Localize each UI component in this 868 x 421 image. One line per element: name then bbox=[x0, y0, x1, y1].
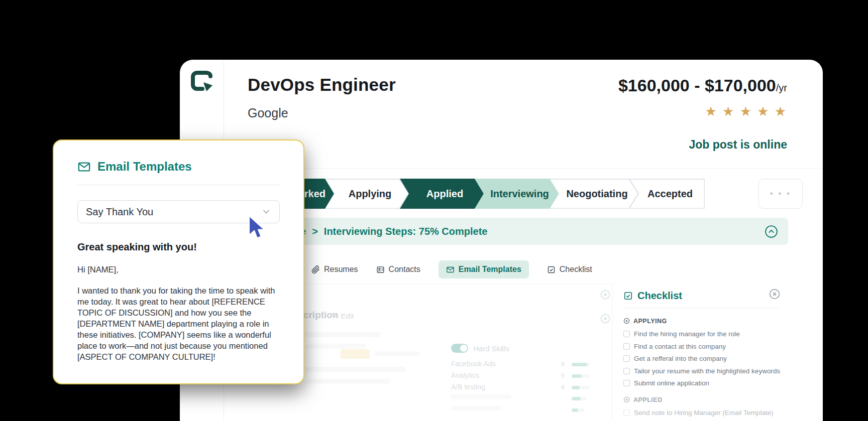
job-title: DevOps Engineer bbox=[248, 75, 396, 95]
pencil-icon: ✎ bbox=[332, 311, 338, 320]
contact-card-icon bbox=[376, 265, 385, 274]
check-square-icon bbox=[547, 265, 556, 274]
hard-skills-toggle[interactable] bbox=[451, 344, 468, 353]
tab-resumes[interactable]: Resumes bbox=[311, 265, 358, 274]
template-body: I wanted to thank you for taking the tim… bbox=[77, 285, 280, 362]
tab-label: Resumes bbox=[324, 265, 358, 274]
stage-dot-icon bbox=[623, 396, 630, 403]
check-square-icon bbox=[623, 291, 633, 301]
checklist-item[interactable]: Tailor your resume with the highlighted … bbox=[623, 367, 779, 375]
skill-bar bbox=[572, 374, 590, 378]
mail-icon bbox=[446, 265, 455, 274]
checklist-item-label: Find a contact at this company bbox=[634, 343, 726, 350]
checklist-item-label: Find the hiring manager for the role bbox=[634, 330, 740, 338]
job-post-status: Job post is online bbox=[689, 138, 787, 152]
checklist-item-label: Get a refferal into the company bbox=[634, 355, 727, 362]
checkbox[interactable] bbox=[623, 409, 630, 416]
stage-accepted[interactable]: Accepted bbox=[629, 179, 705, 209]
text-skeleton bbox=[305, 344, 366, 349]
tab-label: Contacts bbox=[389, 265, 420, 274]
template-heading: Great speaking with you! bbox=[77, 241, 280, 253]
salary-value: $160,000 - $170,000 bbox=[618, 76, 776, 95]
stage-label: Applying bbox=[326, 180, 408, 208]
checklist-item[interactable]: Submit online application bbox=[623, 379, 779, 387]
teal-logo bbox=[190, 70, 214, 94]
popup-header: Email Templates bbox=[77, 160, 280, 174]
stage-neogotiating[interactable]: Neogotiating bbox=[550, 179, 638, 209]
text-skeleton bbox=[305, 367, 406, 372]
skill-name: Analytics bbox=[451, 371, 479, 379]
edit-button[interactable]: ✎ Edit bbox=[332, 311, 354, 320]
checklist-item[interactable]: Send note to Hiring Manager (Email Templ… bbox=[623, 409, 779, 416]
skill-bar bbox=[572, 363, 590, 366]
stage-applied[interactable]: Applied bbox=[400, 179, 484, 209]
skill-skeleton bbox=[451, 406, 501, 410]
skill-score: 5 bbox=[556, 372, 565, 379]
tab-bar: Resumes Contacts Email Templates bbox=[311, 259, 592, 279]
tab-label: Email Templates bbox=[459, 265, 521, 274]
template-greeting: Hi [NAME], bbox=[77, 265, 280, 274]
checkbox[interactable] bbox=[623, 355, 630, 362]
collapse-section-icon[interactable] bbox=[600, 290, 610, 300]
checkbox[interactable] bbox=[623, 380, 630, 386]
checklist-section-applying: APPLYING Find the hiring manager for the… bbox=[623, 317, 779, 387]
stage-dot-icon bbox=[623, 318, 630, 324]
stage-label: Interviewing bbox=[476, 180, 558, 208]
checklist-item-label: Send note to Hiring Manager (Email Templ… bbox=[634, 409, 773, 416]
section-name: APPLIED bbox=[633, 396, 663, 403]
skill-bar bbox=[572, 408, 585, 412]
email-templates-popup: Email Templates Say Thank You Great spea… bbox=[53, 139, 304, 384]
stage-label: Neogotiating bbox=[551, 180, 638, 208]
stage-applying[interactable]: Applying bbox=[325, 179, 409, 209]
edit-label: Edit bbox=[341, 312, 354, 320]
section-name: APPLYING bbox=[633, 318, 667, 325]
banner-separator: > bbox=[312, 226, 318, 237]
text-skeleton bbox=[375, 351, 420, 356]
screen: DevOps Engineer Google $160,000 - $170,0… bbox=[0, 0, 868, 421]
rating-stars[interactable]: ★ ★ ★ ★ ★ bbox=[705, 104, 787, 119]
text-skeleton bbox=[305, 332, 381, 337]
skill-score: 8 bbox=[556, 360, 565, 368]
section-header: APPLIED bbox=[623, 396, 779, 403]
skill-skeleton bbox=[451, 394, 511, 399]
checkbox[interactable] bbox=[623, 343, 630, 350]
checklist-item[interactable]: Find the hiring manager for the role bbox=[623, 330, 779, 338]
collapse-section-icon[interactable] bbox=[600, 314, 610, 324]
hard-skills-toggle-label: Hard Skills bbox=[473, 344, 509, 353]
checklist-item-label: Submit online application bbox=[634, 379, 709, 387]
section-items: Find the hiring manager for the role Fin… bbox=[623, 330, 779, 387]
tab-label: Checklist bbox=[560, 265, 592, 274]
salary-range: $160,000 - $170,000/yr bbox=[618, 76, 787, 95]
stage-label: Accepted bbox=[630, 180, 704, 208]
stage-label: Applied bbox=[401, 180, 483, 208]
keyword-highlight-chip bbox=[341, 349, 370, 359]
guidance-banner[interactable]: Guidance > Interviewing Steps: 75% Compl… bbox=[250, 218, 788, 245]
skill-name: A/B testing bbox=[451, 383, 485, 391]
checkbox[interactable] bbox=[623, 368, 630, 374]
checklist-item[interactable]: Find a contact at this company bbox=[623, 343, 779, 350]
skill-bar bbox=[572, 397, 587, 400]
salary-period: /yr bbox=[776, 82, 787, 93]
paperclip-icon bbox=[311, 265, 320, 274]
mouse-cursor bbox=[247, 215, 268, 242]
popup-title: Email Templates bbox=[97, 160, 192, 174]
skill-score: 4 bbox=[556, 383, 565, 391]
checkbox[interactable] bbox=[623, 331, 630, 337]
banner-text: Interviewing Steps: 75% Complete bbox=[324, 226, 488, 237]
checklist-divider bbox=[623, 308, 779, 308]
text-skeleton bbox=[305, 379, 391, 384]
mail-icon bbox=[77, 160, 91, 174]
tab-checklist[interactable]: Checklist bbox=[547, 265, 592, 274]
section-items: Send note to Hiring Manager (Email Templ… bbox=[623, 409, 779, 421]
stage-overflow-button[interactable]: • • • bbox=[758, 179, 803, 209]
tab-email-templates[interactable]: Email Templates bbox=[439, 260, 529, 278]
collapse-up-icon[interactable] bbox=[765, 225, 778, 238]
job-company: Google bbox=[248, 106, 288, 120]
stage-interviewing[interactable]: Interviewing bbox=[475, 179, 559, 209]
section-header: APPLYING bbox=[623, 317, 779, 325]
checklist-panel: Checklist APPLYING bbox=[612, 283, 788, 421]
tab-contacts[interactable]: Contacts bbox=[376, 265, 420, 274]
skill-name: Facebook Ads bbox=[451, 360, 496, 368]
close-checklist-button[interactable] bbox=[769, 289, 780, 300]
checklist-item[interactable]: Get a refferal into the company bbox=[623, 355, 779, 362]
